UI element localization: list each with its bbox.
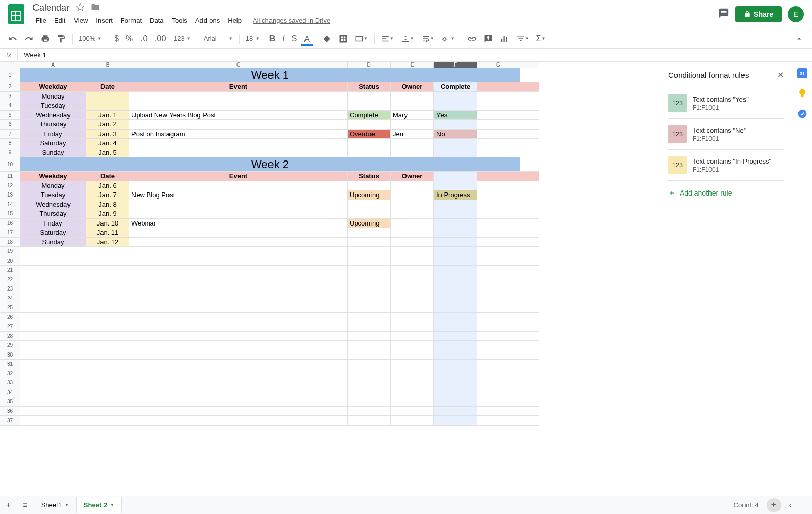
cell[interactable] bbox=[520, 139, 539, 148]
row-header[interactable]: 33 bbox=[0, 378, 20, 388]
cell[interactable] bbox=[477, 209, 520, 219]
cell[interactable] bbox=[129, 238, 348, 247]
cell[interactable] bbox=[434, 101, 477, 111]
cell[interactable]: Jan. 9 bbox=[86, 209, 129, 219]
cell[interactable] bbox=[86, 92, 129, 102]
cell[interactable]: Jan. 2 bbox=[86, 120, 129, 130]
undo-icon[interactable] bbox=[5, 31, 20, 46]
cell[interactable]: Friday bbox=[20, 219, 86, 229]
cell[interactable] bbox=[86, 303, 129, 313]
save-status[interactable]: All changes saved in Drive bbox=[253, 17, 330, 24]
cell[interactable] bbox=[520, 284, 539, 294]
menu-edit[interactable]: Edit bbox=[51, 15, 69, 26]
cell[interactable] bbox=[391, 407, 434, 416]
redo-icon[interactable] bbox=[21, 31, 37, 46]
font-select[interactable]: Arial▼ bbox=[200, 33, 236, 44]
cell[interactable] bbox=[520, 130, 539, 139]
cell[interactable] bbox=[86, 341, 129, 350]
row-header[interactable]: 21 bbox=[0, 266, 20, 275]
cell[interactable] bbox=[348, 209, 391, 219]
cell[interactable] bbox=[520, 360, 539, 369]
cell[interactable] bbox=[434, 181, 477, 191]
cell[interactable]: Mary bbox=[391, 111, 434, 120]
cell[interactable] bbox=[20, 313, 86, 323]
selection-count[interactable]: Count: 4 bbox=[734, 501, 759, 509]
cell[interactable] bbox=[129, 101, 348, 111]
row-header[interactable]: 15 bbox=[0, 209, 20, 219]
cell[interactable] bbox=[20, 303, 86, 313]
cell[interactable] bbox=[391, 247, 434, 256]
cell[interactable] bbox=[348, 378, 391, 388]
spreadsheet-grid[interactable]: ABCDEFG 12345678910111213141516171819202… bbox=[0, 62, 660, 458]
cell[interactable] bbox=[477, 369, 520, 379]
cell[interactable] bbox=[20, 350, 86, 360]
cell[interactable]: Jan. 3 bbox=[86, 130, 129, 139]
row-header[interactable]: 3 bbox=[0, 92, 20, 102]
row-header[interactable]: 29 bbox=[0, 341, 20, 350]
row-header[interactable]: 4 bbox=[0, 101, 20, 111]
tab-sheet1[interactable]: Sheet1▼ bbox=[34, 497, 77, 513]
row-header[interactable]: 9 bbox=[0, 148, 20, 158]
cell[interactable] bbox=[348, 322, 391, 332]
cell[interactable]: Upcoming bbox=[348, 219, 391, 229]
row-header[interactable]: 10 bbox=[0, 157, 20, 172]
cell[interactable] bbox=[520, 397, 539, 407]
cell[interactable] bbox=[86, 313, 129, 323]
font-size-select[interactable]: 18 bbox=[243, 33, 255, 44]
cell[interactable] bbox=[520, 407, 539, 416]
cell[interactable] bbox=[520, 416, 539, 426]
cell[interactable] bbox=[129, 139, 348, 148]
cell[interactable] bbox=[129, 120, 348, 130]
cell[interactable] bbox=[520, 238, 539, 247]
format-rule[interactable]: 123 Text contains "Yes" F1:F1001 bbox=[668, 88, 784, 119]
cell[interactable] bbox=[348, 181, 391, 191]
cell[interactable]: Saturday bbox=[20, 228, 86, 238]
cell[interactable] bbox=[520, 350, 539, 360]
cell[interactable]: Jan. 7 bbox=[86, 190, 129, 200]
week-banner[interactable]: Week 1 bbox=[20, 68, 520, 82]
cell[interactable] bbox=[434, 313, 477, 323]
cell[interactable] bbox=[20, 275, 86, 285]
cell[interactable]: Thursday bbox=[20, 209, 86, 219]
cell[interactable] bbox=[434, 120, 477, 130]
cell[interactable] bbox=[477, 200, 520, 210]
cell[interactable]: Tuesday bbox=[20, 101, 86, 111]
cell[interactable]: Yes bbox=[434, 111, 477, 120]
zoom-select[interactable]: 100%▼ bbox=[76, 33, 105, 44]
v-align-icon[interactable]: ▼ bbox=[398, 31, 417, 46]
cell[interactable] bbox=[348, 266, 391, 275]
cell[interactable] bbox=[434, 360, 477, 369]
row-header[interactable]: 22 bbox=[0, 275, 20, 285]
cell[interactable] bbox=[129, 200, 348, 210]
cell[interactable] bbox=[129, 322, 348, 332]
cell[interactable] bbox=[348, 284, 391, 294]
cell[interactable] bbox=[434, 219, 477, 229]
cell[interactable] bbox=[520, 228, 539, 238]
cell[interactable] bbox=[86, 284, 129, 294]
cell[interactable] bbox=[520, 275, 539, 285]
cell[interactable]: Jan. 6 bbox=[86, 181, 129, 191]
cell[interactable]: Jan. 5 bbox=[86, 148, 129, 158]
paint-format-icon[interactable] bbox=[54, 31, 69, 46]
cell[interactable]: Saturday bbox=[20, 139, 86, 148]
cell[interactable] bbox=[520, 388, 539, 398]
cell[interactable] bbox=[129, 341, 348, 350]
cell[interactable] bbox=[348, 313, 391, 323]
cell[interactable] bbox=[477, 360, 520, 369]
cell[interactable] bbox=[129, 303, 348, 313]
cell[interactable] bbox=[520, 332, 539, 341]
cell[interactable]: Jan. 8 bbox=[86, 200, 129, 210]
cell[interactable] bbox=[520, 172, 539, 181]
cell[interactable]: Friday bbox=[20, 130, 86, 139]
cell[interactable] bbox=[434, 172, 477, 181]
cell[interactable] bbox=[477, 397, 520, 407]
cell[interactable] bbox=[20, 378, 86, 388]
cell[interactable] bbox=[129, 388, 348, 398]
cell[interactable] bbox=[477, 388, 520, 398]
cell[interactable]: Thursday bbox=[20, 120, 86, 130]
cell[interactable]: Sunday bbox=[20, 238, 86, 247]
cell[interactable] bbox=[391, 148, 434, 158]
cell[interactable] bbox=[520, 120, 539, 130]
row-header[interactable]: 11 bbox=[0, 172, 20, 181]
cell[interactable] bbox=[391, 378, 434, 388]
